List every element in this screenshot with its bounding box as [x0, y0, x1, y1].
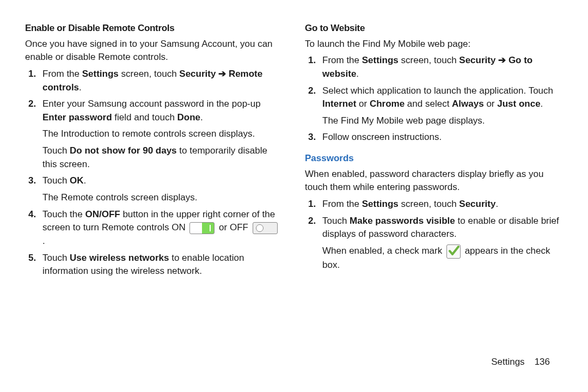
arrow-icon: ➔	[216, 69, 228, 79]
passwords-steps: From the Settings screen, touch Security…	[305, 198, 563, 272]
page-footer: Settings136	[491, 356, 550, 369]
left-step-4: Touch the ON/OFF button in the upper rig…	[25, 208, 283, 248]
left-step-5: Touch Use wireless networks to enable lo…	[25, 252, 283, 278]
website-step-2: Select which application to launch the a…	[305, 84, 563, 128]
toggle-on-icon	[189, 222, 215, 234]
right-heading-1: Go to Website	[305, 22, 563, 35]
footer-section: Settings	[491, 357, 524, 367]
left-column: Enable or Disable Remote Controls Once y…	[25, 21, 283, 281]
website-step-1: From the Settings screen, touch Security…	[305, 54, 563, 81]
left-heading: Enable or Disable Remote Controls	[25, 22, 283, 35]
toggle-off-icon	[253, 222, 278, 234]
right-steps-website: From the Settings screen, touch Security…	[305, 54, 563, 144]
arrow-icon: ➔	[495, 55, 508, 65]
passwords-step-2: Touch Make passwords visible to enable o…	[305, 215, 563, 272]
left-step-3: Touch OK. The Remote controls screen dis…	[25, 174, 283, 204]
right-column: Go to Website To launch the Find My Mobi…	[305, 21, 563, 281]
website-step-3: Follow onscreen instructions.	[305, 131, 563, 144]
left-step-1: From the Settings screen, touch Security…	[25, 68, 283, 94]
passwords-step-1: From the Settings screen, touch Security…	[305, 198, 563, 211]
right-intro-1: To launch the Find My Mobile web page:	[305, 38, 563, 51]
left-intro: Once you have signed in to your Samsung …	[25, 38, 283, 64]
left-step-2: Enter your Samsung account password in t…	[25, 97, 283, 171]
left-steps: From the Settings screen, touch Security…	[25, 68, 283, 278]
passwords-heading: Passwords	[305, 152, 563, 166]
footer-page-number: 136	[535, 357, 550, 367]
checkmark-icon	[446, 244, 461, 259]
passwords-intro: When enabled, password characters displa…	[305, 168, 563, 194]
